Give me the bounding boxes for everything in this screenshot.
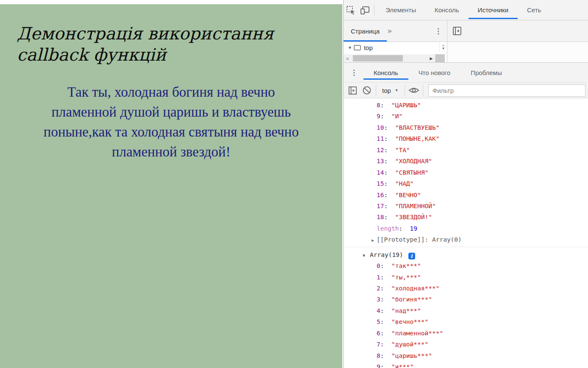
tree-item-top[interactable]: ▼ top [344, 42, 447, 53]
info-badge-icon: i [408, 253, 415, 259]
tree-horizontal-scrollbar[interactable]: ◀ ▶ [344, 54, 435, 62]
entry-value: "ты,***" [391, 274, 421, 281]
entry-value: "ХОЛОДНАЯ" [395, 158, 432, 164]
console-array-entry: 14"СВЯТЫНЯ" [344, 167, 588, 178]
console-length-row: length19 [344, 223, 588, 234]
length-key: length [377, 225, 410, 232]
poem-line: Так ты, холодная богиня над вечно [7, 82, 336, 102]
entry-value: "пламенной***" [391, 330, 443, 337]
editor-topbar [447, 20, 588, 42]
clear-console-button[interactable] [360, 83, 374, 98]
console-array-entry: 0"так***" [344, 260, 588, 271]
webpage-viewport: Демонстрація використання callback функц… [0, 0, 343, 368]
console-array-entry: 8"ЦАРИШЬ" [344, 100, 588, 111]
entry-key: 2 [377, 285, 391, 292]
toolbar-separator [376, 85, 376, 96]
console-array-entry: 1"ты,***" [344, 272, 588, 283]
eye-icon [408, 86, 419, 95]
entry-value: "ЗВЕЗДОЙ!" [395, 214, 432, 220]
console-array-entry: 7"душой***" [344, 339, 588, 350]
filter-input[interactable] [428, 84, 585, 97]
entry-key: 15 [377, 180, 395, 187]
tree-vertical-scrollbar[interactable]: ▲ ▼ [439, 42, 447, 52]
entry-key: 1 [377, 274, 391, 281]
entry-value: "СВЯТЫНЯ" [395, 169, 429, 176]
poem-line: пламенной душой царишь и властвуешь [7, 102, 336, 122]
entry-value: "ПОНЫНЕ,КАК" [395, 135, 440, 142]
expand-triangle-icon[interactable]: ▶ [372, 235, 377, 246]
prototype-label: [[Prototype]] [377, 236, 432, 243]
entry-key: 8 [377, 102, 391, 109]
console-array-entry: 6"пламенной***" [344, 328, 588, 339]
entry-value: "так***" [391, 262, 421, 269]
entry-value: "ВЕЧНО" [395, 192, 421, 198]
tab-page[interactable]: Страница [344, 20, 387, 42]
entry-value: "царишь***" [391, 352, 432, 359]
devtools-main-toolbar: Элементы Консоль Источники Сеть [344, 0, 588, 20]
console-prototype-row: ▶[[Prototype]]Array(0) [344, 234, 588, 245]
array-entries-lower: 0"так***" 1"ты,***" 2"холодная***" 3"бог… [344, 260, 588, 368]
console-message-array-upper: 8"ЦАРИШЬ" 9"И" 10"ВЛАСТВУЕШЬ" 11"ПОНЫНЕ,… [344, 98, 588, 247]
poem-line: поныне,как та холодная святыня над вечно [7, 122, 336, 142]
tab-console[interactable]: Консоль [425, 0, 469, 20]
tab-sources[interactable]: Источники [469, 0, 518, 20]
device-toolbar-button[interactable] [358, 0, 372, 20]
show-console-sidebar-button[interactable] [345, 83, 360, 98]
drawer-tab-whats-new[interactable]: Что нового [408, 63, 460, 82]
drawer-tab-console[interactable]: Консоль [363, 63, 408, 82]
collapse-triangle-icon[interactable]: ▼ [363, 250, 370, 261]
entry-key: 13 [377, 158, 395, 164]
console-toolbar: top ▼ [344, 83, 588, 98]
entry-value: "вечно***" [391, 318, 428, 325]
chevron-down-icon: ▼ [395, 88, 399, 92]
page-title-line1: Демонстрація використання [17, 24, 274, 43]
console-array-entry: 8"царишь***" [344, 350, 588, 361]
page-title: Демонстрація використання callback функц… [17, 23, 342, 65]
overflow-chevrons-icon[interactable]: » [388, 27, 391, 35]
more-vert-icon[interactable]: ⋮ [344, 63, 363, 82]
console-array-entry: 15"НАД" [344, 178, 588, 189]
context-selector[interactable]: top ▼ [378, 87, 403, 94]
console-message-array-lower: ▼Array(19)i 0"так***" 1"ты,***" 2"холодн… [344, 247, 588, 368]
entry-key: 9 [377, 363, 391, 368]
scrollbar-thumb[interactable] [353, 55, 403, 61]
entry-value: "ТА" [395, 147, 410, 153]
toolbar-separator [405, 85, 405, 96]
console-array-entry: 10"ВЛАСТВУЕШЬ" [344, 122, 588, 133]
scroll-right-icon: ▶ [428, 56, 435, 61]
slide-background: Демонстрація використання callback функц… [0, 4, 342, 368]
toolbar-separator [374, 5, 374, 16]
console-array-entry: 4"над***" [344, 305, 588, 316]
entry-key: 3 [377, 296, 391, 303]
entry-key: 11 [377, 135, 395, 142]
editor-empty-area [447, 42, 588, 62]
sources-panel-body: ▼ top ▲ ▼ ◀ ▶ [344, 42, 588, 62]
entry-value: "ВЛАСТВУЕШЬ" [395, 124, 440, 131]
drawer-tab-issues[interactable]: Проблемы [460, 63, 512, 82]
create-live-expression-button[interactable] [407, 83, 421, 98]
entry-value: "богиня***" [391, 296, 432, 303]
entry-key: 4 [377, 307, 391, 314]
entry-key: 12 [377, 147, 395, 153]
tab-network[interactable]: Сеть [518, 0, 550, 20]
scrollbar-corner [435, 54, 445, 62]
entry-value: "душой***" [391, 341, 428, 348]
inspect-element-button[interactable] [344, 0, 358, 20]
entry-key: 8 [377, 352, 391, 359]
entry-value: "ПЛАМЕННОЙ" [395, 203, 436, 209]
entry-key: 0 [377, 262, 391, 269]
navigator-tabs: Страница » ⋮ [344, 20, 447, 42]
more-vert-icon[interactable]: ⋮ [435, 27, 442, 36]
scroll-left-icon: ◀ [344, 56, 350, 61]
tree-expand-icon[interactable]: ▼ [348, 45, 352, 50]
tab-elements[interactable]: Элементы [376, 0, 425, 20]
entry-key: 7 [377, 341, 391, 348]
toolbar-separator [423, 85, 423, 96]
entry-value: "И" [391, 113, 402, 120]
entry-value: "и***" [391, 363, 413, 368]
sources-panel-header: Страница » ⋮ [344, 20, 588, 42]
entry-value: "холодная***" [391, 285, 440, 292]
console-output: 8"ЦАРИШЬ" 9"И" 10"ВЛАСТВУЕШЬ" 11"ПОНЫНЕ,… [344, 98, 588, 368]
collapse-navigator-icon[interactable] [452, 26, 462, 36]
length-value: 19 [410, 225, 417, 232]
